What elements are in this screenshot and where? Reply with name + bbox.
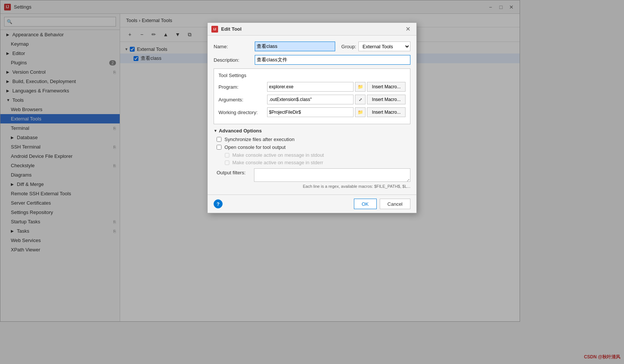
stderr-label: Make console active on message in stderr: [232, 160, 323, 165]
working-dir-row: Working directory: 📁 Insert Macro...: [218, 107, 406, 117]
folder-icon: 📁: [358, 84, 363, 89]
program-label: Program:: [218, 84, 267, 90]
working-dir-insert-macro-button[interactable]: Insert Macro...: [367, 107, 406, 117]
stdout-label: Make console active on message in stdout: [232, 152, 324, 158]
modal-footer: ? OK Cancel: [208, 195, 416, 213]
group-label: Group:: [341, 44, 356, 49]
program-input[interactable]: [267, 82, 354, 92]
edit-tool-modal: IJ Edit Tool ✕ Name: Group: External Too…: [207, 22, 417, 213]
arguments-expand-button[interactable]: ⤢: [355, 95, 365, 104]
arguments-row: Arguments: ⤢ Insert Macro...: [218, 95, 406, 104]
output-filters-input[interactable]: [254, 168, 410, 182]
folder-icon: 📁: [358, 110, 363, 115]
modal-title: Edit Tool: [221, 26, 403, 32]
tool-settings-title: Tool Settings: [218, 73, 406, 78]
sync-files-row: Synchronize files after execution: [214, 137, 410, 142]
sync-files-label: Synchronize files after execution: [224, 137, 294, 142]
stdout-checkbox[interactable]: [225, 153, 229, 157]
advanced-options: ▼ Advanced Options Synchronize files aft…: [214, 128, 410, 189]
advanced-label: Advanced Options: [219, 128, 262, 134]
group-select[interactable]: External Tools: [358, 42, 410, 51]
arguments-label: Arguments:: [218, 97, 267, 103]
modal-action-buttons: OK Cancel: [354, 199, 410, 209]
modal-close-button[interactable]: ✕: [403, 25, 413, 33]
working-dir-label: Working directory:: [218, 110, 267, 115]
modal-title-bar: IJ Edit Tool ✕: [208, 23, 416, 36]
stderr-checkbox[interactable]: [225, 160, 229, 165]
expand-icon: ⤢: [359, 97, 362, 102]
macro-hint: Each line is a regex, available macros: …: [214, 184, 410, 189]
arguments-input[interactable]: [267, 95, 354, 104]
cancel-button[interactable]: Cancel: [380, 199, 410, 209]
working-dir-input-container: 📁 Insert Macro...: [267, 107, 406, 117]
working-dir-folder-button[interactable]: 📁: [355, 107, 365, 117]
program-input-container: 📁 Insert Macro...: [267, 82, 406, 92]
description-input[interactable]: [255, 55, 410, 65]
modal-overlay: IJ Edit Tool ✕ Name: Group: External Too…: [0, 0, 624, 364]
program-insert-macro-button[interactable]: Insert Macro...: [367, 82, 406, 92]
advanced-header[interactable]: ▼ Advanced Options: [214, 128, 410, 134]
stdout-row: Make console active on message in stdout: [214, 152, 410, 158]
help-button[interactable]: ?: [214, 199, 223, 208]
program-folder-button[interactable]: 📁: [355, 82, 365, 92]
open-console-checkbox[interactable]: [217, 145, 221, 150]
stderr-row: Make console active on message in stderr: [214, 160, 410, 165]
modal-body: Name: Group: External Tools Description:…: [208, 36, 416, 195]
working-dir-input[interactable]: [267, 107, 354, 117]
expand-corner-icon[interactable]: ⤢: [407, 178, 410, 182]
description-row: Description:: [214, 55, 410, 65]
description-label: Description:: [214, 57, 255, 63]
program-row: Program: 📁 Insert Macro...: [218, 82, 406, 92]
arguments-insert-macro-button[interactable]: Insert Macro...: [367, 95, 406, 104]
name-label: Name:: [214, 44, 255, 49]
output-filters-label: Output filters:: [217, 168, 254, 175]
name-input[interactable]: [255, 42, 335, 51]
open-console-label: Open console for tool output: [224, 144, 285, 150]
advanced-expand-icon: ▼: [214, 129, 217, 133]
ok-button[interactable]: OK: [354, 199, 377, 209]
output-input-container: ⤢: [254, 168, 410, 183]
name-group-row: Name: Group: External Tools: [214, 42, 410, 51]
modal-app-icon: IJ: [211, 26, 218, 33]
open-console-row: Open console for tool output: [214, 144, 410, 150]
output-filters-row: Output filters: ⤢: [214, 168, 410, 183]
tool-settings-section: Tool Settings Program: 📁 Insert Macro...…: [214, 68, 410, 124]
arguments-input-container: ⤢ Insert Macro...: [267, 95, 406, 104]
sync-files-checkbox[interactable]: [217, 137, 221, 142]
